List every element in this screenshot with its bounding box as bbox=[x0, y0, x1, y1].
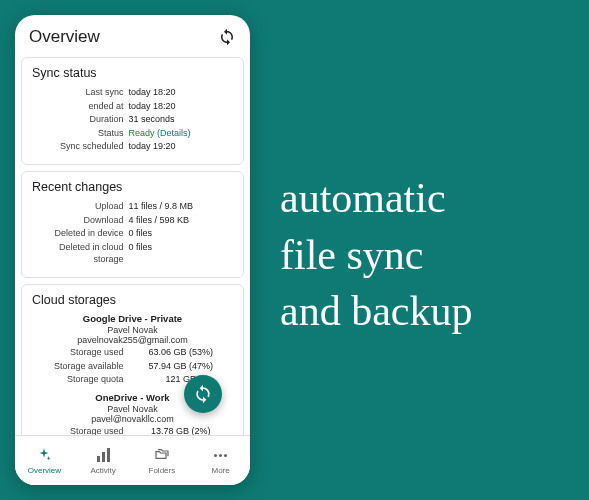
cloud-storages-title: Cloud storages bbox=[32, 293, 233, 307]
nav-overview[interactable]: Overview bbox=[15, 436, 74, 485]
kv-value: today 19:20 bbox=[128, 140, 233, 153]
sync-status-title: Sync status bbox=[32, 66, 233, 80]
status-ready-text: Ready bbox=[128, 128, 154, 138]
recent-changes-card: Recent changes Upload11 files / 9.8 MB D… bbox=[21, 171, 244, 278]
kv-row: Upload11 files / 9.8 MB bbox=[32, 200, 233, 213]
bottom-nav: Overview Activity Folders More bbox=[15, 435, 250, 485]
sync-icon bbox=[193, 384, 213, 404]
kv-label: Duration bbox=[32, 113, 128, 126]
folders-icon bbox=[153, 446, 171, 464]
nav-label: Activity bbox=[90, 466, 115, 475]
nav-more[interactable]: More bbox=[191, 436, 250, 485]
storage-email: pavel@novakllc.com bbox=[32, 414, 233, 424]
sync-icon bbox=[218, 28, 236, 46]
kv-row: Storage used63.06 GB (53%) bbox=[32, 346, 233, 359]
kv-value: today 18:20 bbox=[128, 100, 233, 113]
kv-row: Sync scheduledtoday 19:20 bbox=[32, 140, 233, 153]
cloud-storages-card: Cloud storages Google Drive - Private Pa… bbox=[21, 284, 244, 435]
marketing-tagline: automatic file sync and backup bbox=[280, 170, 472, 340]
kv-label: Storage used bbox=[32, 346, 128, 359]
kv-label: Sync scheduled bbox=[32, 140, 128, 153]
details-link[interactable]: (Details) bbox=[157, 128, 191, 138]
app-header: Overview bbox=[15, 15, 250, 57]
kv-row: Storage used13.78 GB (2%) bbox=[32, 425, 233, 435]
kv-row: ended attoday 18:20 bbox=[32, 100, 233, 113]
kv-label: Last sync bbox=[32, 86, 128, 99]
storage-email: pavelnovak255@gmail.com bbox=[32, 335, 233, 345]
page-title: Overview bbox=[29, 27, 100, 47]
kv-value: 63.06 GB (53%) bbox=[128, 346, 233, 359]
nav-folders[interactable]: Folders bbox=[133, 436, 192, 485]
kv-label: Storage available bbox=[32, 360, 128, 373]
sparkle-icon bbox=[35, 446, 53, 464]
kv-row: Storage available57.94 GB (47%) bbox=[32, 360, 233, 373]
kv-row: Download4 files / 598 KB bbox=[32, 214, 233, 227]
sync-button[interactable] bbox=[218, 28, 236, 46]
kv-row: Deleted in device0 files bbox=[32, 227, 233, 240]
kv-value: Ready (Details) bbox=[128, 127, 233, 140]
storage-user: Pavel Novak bbox=[32, 325, 233, 335]
kv-label: Status bbox=[32, 127, 128, 140]
kv-label: Storage used bbox=[32, 425, 128, 435]
kv-value: 4 files / 598 KB bbox=[128, 214, 233, 227]
storage-name: Google Drive - Private bbox=[32, 313, 233, 324]
recent-changes-title: Recent changes bbox=[32, 180, 233, 194]
nav-label: More bbox=[212, 466, 230, 475]
kv-label: Upload bbox=[32, 200, 128, 213]
kv-row: Status Ready (Details) bbox=[32, 127, 233, 140]
kv-label: ended at bbox=[32, 100, 128, 113]
kv-value: 31 seconds bbox=[128, 113, 233, 126]
kv-value: 57.94 GB (47%) bbox=[128, 360, 233, 373]
kv-value: 11 files / 9.8 MB bbox=[128, 200, 233, 213]
kv-value: 0 files bbox=[128, 241, 233, 266]
sync-status-card: Sync status Last synctoday 18:20 ended a… bbox=[21, 57, 244, 165]
dots-icon bbox=[212, 446, 230, 464]
nav-label: Overview bbox=[28, 466, 61, 475]
kv-label: Deleted in device bbox=[32, 227, 128, 240]
kv-label: Deleted in cloud storage bbox=[32, 241, 128, 266]
nav-activity[interactable]: Activity bbox=[74, 436, 133, 485]
kv-value: today 18:20 bbox=[128, 86, 233, 99]
sync-fab[interactable] bbox=[184, 375, 222, 413]
phone-frame: Overview Sync status Last synctoday 18:2… bbox=[15, 15, 250, 485]
chart-icon bbox=[94, 446, 112, 464]
kv-row: Deleted in cloud storage0 files bbox=[32, 241, 233, 266]
kv-row: Duration31 seconds bbox=[32, 113, 233, 126]
kv-value: 0 files bbox=[128, 227, 233, 240]
kv-label: Storage quota bbox=[32, 373, 128, 386]
kv-row: Last synctoday 18:20 bbox=[32, 86, 233, 99]
nav-label: Folders bbox=[149, 466, 176, 475]
kv-label: Download bbox=[32, 214, 128, 227]
kv-value: 13.78 GB (2%) bbox=[128, 425, 233, 435]
